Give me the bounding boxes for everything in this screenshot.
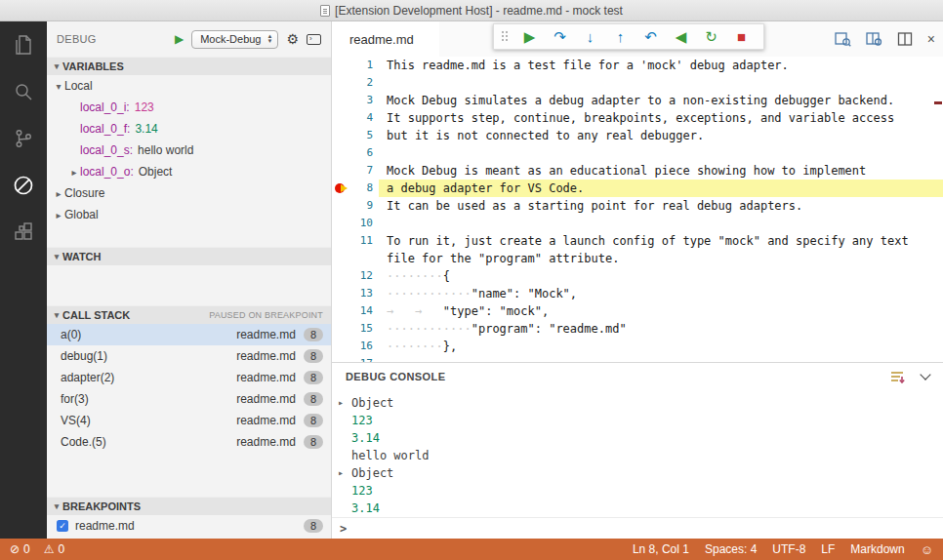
stop-button[interactable]: ■ xyxy=(726,24,757,49)
extensions-icon[interactable] xyxy=(0,209,47,256)
breakpoint-gutter[interactable] xyxy=(332,180,348,197)
open-preview-icon[interactable] xyxy=(835,31,851,47)
start-debug-button[interactable]: ▶ xyxy=(175,32,184,46)
line-number[interactable]: 9 xyxy=(348,197,373,215)
feedback-smiley-icon[interactable]: ☺ xyxy=(921,542,933,557)
clear-console-icon[interactable] xyxy=(890,371,906,383)
line-text[interactable] xyxy=(379,355,943,362)
line-text[interactable]: It can be used as a starting point for r… xyxy=(379,197,943,215)
variable-scope-local[interactable]: ▾Local xyxy=(47,75,331,97)
variable-row[interactable]: local_0_f:3.14 xyxy=(47,118,331,140)
tab-readme[interactable]: readme.md xyxy=(332,21,439,57)
gutter-margin[interactable] xyxy=(332,197,348,215)
stack-frame[interactable]: VS(4)readme.md8 xyxy=(47,410,331,431)
close-icon[interactable]: × xyxy=(927,31,935,47)
gutter-margin[interactable] xyxy=(332,250,348,267)
line-number[interactable]: 6 xyxy=(348,144,373,162)
restart-button[interactable]: ↻ xyxy=(696,24,726,49)
editor-line[interactable]: file for the "program" attribute. xyxy=(332,250,943,267)
line-number[interactable]: 11 xyxy=(348,232,373,250)
variable-scope-closure[interactable]: ▸Closure xyxy=(47,182,331,204)
line-text[interactable]: Mock Debug simulates a debug adapter to … xyxy=(379,92,943,109)
line-text[interactable]: ········}, xyxy=(379,338,943,355)
status-item[interactable]: UTF-8 xyxy=(772,542,805,556)
editor-line[interactable]: 4It supports step, continue, breakpoints… xyxy=(332,109,943,127)
line-number[interactable] xyxy=(348,250,373,267)
editor-line[interactable]: 9It can be used as a starting point for … xyxy=(332,197,943,215)
gutter-margin[interactable] xyxy=(332,338,348,355)
line-number[interactable]: 5 xyxy=(348,127,373,144)
toggle-debug-console-icon[interactable]: › xyxy=(307,34,321,45)
variable-row[interactable]: ▸local_0_o:Object xyxy=(47,161,331,182)
line-text[interactable]: To run it, just create a launch config o… xyxy=(379,232,943,250)
line-number[interactable]: 15 xyxy=(348,320,373,338)
line-text[interactable] xyxy=(379,144,943,162)
editor-line[interactable]: 8a debug adapter for VS Code. xyxy=(332,180,943,197)
gutter-margin[interactable] xyxy=(332,127,348,144)
stack-frame[interactable]: a(0)readme.md8 xyxy=(47,324,331,345)
source-control-icon[interactable] xyxy=(0,115,47,162)
console-object-row[interactable]: ▸Object xyxy=(332,464,943,482)
split-editor-icon[interactable] xyxy=(897,31,913,47)
editor-line[interactable]: 10 xyxy=(332,215,943,232)
stack-frame[interactable]: adapter(2)readme.md8 xyxy=(47,367,331,388)
editor-line[interactable]: 16········}, xyxy=(332,338,943,355)
variable-scope-global[interactable]: ▸Global xyxy=(47,204,331,225)
line-text[interactable] xyxy=(379,74,943,92)
stack-frame[interactable]: for(3)readme.md8 xyxy=(47,388,331,410)
breakpoint-checkbox[interactable]: ✓ xyxy=(57,520,68,532)
step-out-button[interactable]: ↑ xyxy=(605,24,636,49)
drag-handle[interactable] xyxy=(502,31,509,42)
editor-line[interactable]: 13············"name": "Mock", xyxy=(332,285,943,302)
current-debug-line[interactable]: a debug adapter for VS Code. xyxy=(379,180,943,197)
line-number[interactable]: 3 xyxy=(348,92,373,109)
line-number[interactable]: 14 xyxy=(348,302,373,320)
editor-line[interactable]: 6 xyxy=(332,144,943,162)
line-text[interactable]: ············"program": "readme.md" xyxy=(379,320,943,338)
editor-line[interactable]: 15············"program": "readme.md" xyxy=(332,320,943,338)
call-stack-section-header[interactable]: ▾ CALL STACK PAUSED ON BREAKPOINT xyxy=(47,305,331,324)
line-number[interactable]: 10 xyxy=(348,215,373,232)
gutter-margin[interactable] xyxy=(332,302,348,320)
step-over-button[interactable]: ↷ xyxy=(545,24,575,49)
gutter-margin[interactable] xyxy=(332,267,348,285)
line-number[interactable]: 8 xyxy=(348,180,373,197)
line-number[interactable]: 12 xyxy=(348,267,373,285)
gutter-margin[interactable] xyxy=(332,215,348,232)
variables-section-header[interactable]: ▾ VARIABLES xyxy=(47,57,331,75)
status-item[interactable]: Spaces: 4 xyxy=(705,542,757,556)
gutter-margin[interactable] xyxy=(332,355,348,362)
line-number[interactable]: 16 xyxy=(348,338,373,355)
line-number[interactable]: 7 xyxy=(348,162,373,180)
line-text[interactable]: but it is not connected to any real debu… xyxy=(379,127,943,144)
gutter-margin[interactable] xyxy=(332,109,348,127)
debug-config-dropdown[interactable]: Mock-Debug ▲▼ xyxy=(191,30,278,49)
step-into-button[interactable]: ↓ xyxy=(575,24,605,49)
status-item[interactable]: LF xyxy=(821,542,835,556)
status-item[interactable]: Ln 8, Col 1 xyxy=(633,542,689,556)
editor-line[interactable]: 2 xyxy=(332,74,943,92)
editor-line[interactable]: 11To run it, just create a launch config… xyxy=(332,232,943,250)
line-text[interactable]: ········{ xyxy=(379,267,943,285)
variable-row[interactable]: local_0_s:hello world xyxy=(47,140,331,161)
status-item[interactable]: Markdown xyxy=(850,542,904,556)
line-number[interactable]: 17 xyxy=(348,355,373,362)
step-back-button[interactable]: ↶ xyxy=(636,24,666,49)
line-number[interactable]: 2 xyxy=(348,74,373,92)
configure-gear-icon[interactable]: ⚙ xyxy=(286,31,299,47)
reverse-continue-button[interactable]: ◀ xyxy=(666,24,696,49)
line-text[interactable]: ············"name": "Mock", xyxy=(379,285,943,302)
search-icon[interactable] xyxy=(0,68,47,115)
line-text[interactable]: file for the "program" attribute. xyxy=(379,250,943,267)
continue-button[interactable]: ▶ xyxy=(514,24,545,49)
gutter-margin[interactable] xyxy=(332,285,348,302)
console-object-row[interactable]: ▸Object xyxy=(332,394,943,412)
files-icon[interactable] xyxy=(0,21,47,68)
open-preview-side-icon[interactable] xyxy=(866,31,882,47)
stack-frame[interactable]: Code.(5)readme.md8 xyxy=(47,431,331,453)
debug-icon[interactable] xyxy=(0,162,47,209)
gutter-margin[interactable] xyxy=(332,92,348,109)
gutter-margin[interactable] xyxy=(332,74,348,92)
breakpoints-section-header[interactable]: ▾ BREAKPOINTS xyxy=(47,497,331,515)
editor-line[interactable]: 3Mock Debug simulates a debug adapter to… xyxy=(332,92,943,109)
